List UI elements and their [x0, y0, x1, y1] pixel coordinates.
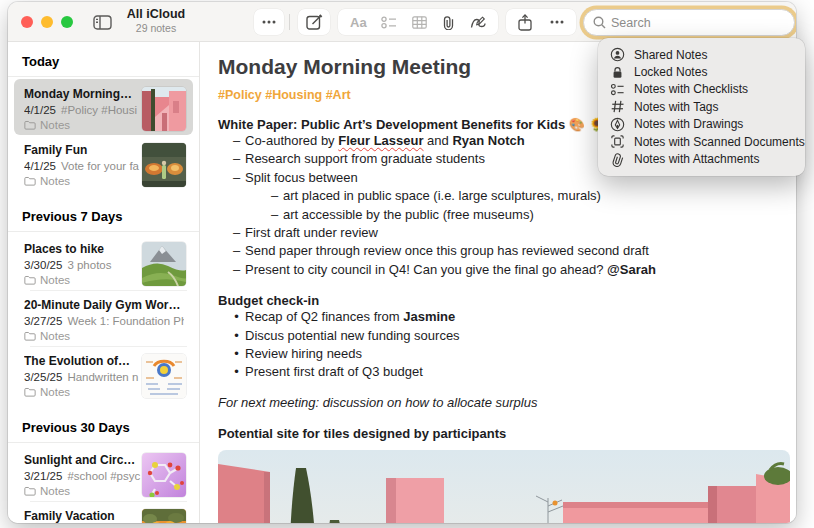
note-row-sunlight[interactable]: Sunlight and Circ… 3/21/25#school #psyc … — [14, 445, 193, 501]
note-thumbnail-hike — [142, 242, 186, 286]
next-meeting-note: For next meeting: discussion on how to a… — [218, 395, 796, 410]
note-row-preview: Week 1: Foundation Pha — [67, 315, 184, 327]
compose-icon — [306, 14, 323, 31]
list-item: •Review hiring needs — [228, 345, 796, 363]
note-row-date: 3/25/25 — [24, 371, 62, 383]
attach-button[interactable] — [441, 15, 455, 30]
new-note-button[interactable] — [298, 9, 330, 35]
list-item: •Recap of Q2 finances from Jasmine — [228, 308, 796, 326]
note-row-preview: #school #psyc — [67, 470, 140, 482]
menu-item-notes-with-checklists[interactable]: Notes with Checklists — [598, 81, 805, 98]
note-row-folder: Notes — [40, 175, 70, 187]
note-row-folder: Notes — [40, 485, 70, 497]
list-options-button[interactable] — [254, 9, 284, 35]
scan-document-icon — [610, 134, 625, 149]
list-item: •Discus potential new funding sources — [228, 327, 796, 345]
share-button[interactable] — [518, 14, 532, 31]
close-window-button[interactable] — [21, 16, 33, 28]
search-field[interactable] — [583, 9, 795, 36]
note-row-preview: Vote for your fa — [61, 160, 139, 172]
note-thumbnail-handwritten — [142, 354, 186, 398]
note-row-monday-morning[interactable]: Monday Morning… 4/1/25#Policy #Housi Not… — [14, 79, 193, 135]
folder-icon — [24, 486, 36, 496]
note-list: Today Monday Morning… 4/1/25#Policy #Hou… — [8, 42, 200, 523]
note-thumbnail-molecule — [142, 453, 186, 497]
note-row-title: Family Vacation — [24, 509, 142, 523]
note-row-title: Monday Morning… — [24, 87, 142, 101]
mention-ryan: Ryan Notch — [452, 133, 524, 148]
list-item-nested: –art accessible by the public (free muse… — [266, 206, 796, 224]
note-row-title: 20-Minute Daily Gym Wor… — [24, 298, 184, 312]
checklist-button[interactable] — [381, 16, 397, 29]
shared-notes-icon — [610, 47, 625, 62]
note-row-date: 4/1/25 — [24, 160, 56, 172]
folder-title: All iCloud 29 notes — [116, 7, 196, 34]
note-row-date: 3/30/25 — [24, 259, 62, 271]
folder-icon — [24, 120, 36, 130]
folder-icon — [24, 387, 36, 397]
share-group — [506, 9, 576, 35]
lock-icon — [610, 65, 625, 80]
list-item: –First draft under review — [228, 224, 796, 242]
folder-icon — [24, 176, 36, 186]
toggle-sidebar-button[interactable] — [90, 9, 114, 35]
format-text-button[interactable]: Aa — [350, 15, 367, 30]
sidebar-icon — [93, 15, 112, 30]
menu-item-notes-with-scanned-documents[interactable]: Notes with Scanned Documents — [598, 133, 805, 150]
format-tools-group: Aa — [338, 9, 498, 35]
folder-icon — [24, 275, 36, 285]
toolbar-divider — [289, 14, 290, 30]
menu-item-notes-with-tags[interactable]: Notes with Tags — [598, 98, 805, 115]
traffic-lights — [21, 16, 73, 28]
note-row-folder: Notes — [40, 274, 70, 286]
folder-icon — [24, 331, 36, 341]
more-icon — [262, 20, 276, 24]
note-row-folder: Notes — [40, 386, 70, 398]
drawing-icon — [610, 117, 625, 132]
search-input[interactable] — [611, 16, 761, 30]
note-row-title: The Evolution of… — [24, 354, 142, 368]
menu-item-shared-notes[interactable]: Shared Notes — [598, 46, 805, 63]
mention-sarah[interactable]: @Sarah — [607, 262, 656, 277]
note-row-title: Family Fun — [24, 143, 142, 157]
note-row-folder: Notes — [40, 119, 70, 131]
menu-item-notes-with-drawings[interactable]: Notes with Drawings — [598, 116, 805, 133]
note-row-date: 3/27/25 — [24, 315, 62, 327]
section-header-today: Today — [8, 42, 199, 77]
note-row-family-fun[interactable]: Family Fun 4/1/25Vote for your fa Notes — [14, 135, 193, 191]
list-item: –Send paper through review once this gro… — [228, 242, 796, 260]
more-options-button[interactable] — [550, 20, 564, 24]
minimize-window-button[interactable] — [41, 16, 53, 28]
note-row-preview: #Policy #Housi — [61, 104, 137, 116]
note-row-date: 4/1/25 — [24, 104, 56, 116]
note-row-preview: 3 photos — [67, 259, 111, 271]
note-row-family-vacation[interactable]: Family Vacation — [14, 501, 193, 523]
note-row-places-to-hike[interactable]: Places to hike 3/30/253 photos Notes — [14, 234, 193, 290]
note-count: 29 notes — [116, 22, 196, 34]
budget-heading: Budget check-in — [218, 293, 796, 308]
section-header-prev-30-days: Previous 30 Days — [8, 408, 199, 443]
note-thumbnail-family-fun — [142, 143, 186, 187]
note-row-gym-workout[interactable]: 20-Minute Daily Gym Wor… 3/27/25Week 1: … — [14, 290, 193, 346]
search-icon — [593, 16, 606, 29]
list-item: –Present to city council in Q4! Can you … — [228, 261, 796, 279]
photo-heading: Potential site for tiles designed by par… — [218, 426, 796, 441]
note-row-date: 3/21/25 — [24, 470, 62, 482]
folder-name: All iCloud — [116, 7, 196, 21]
note-thumbnail-oranges — [142, 509, 186, 523]
mention-jasmine: Jasmine — [403, 309, 455, 324]
search-filter-menu: Shared Notes Locked Notes Notes with Che… — [598, 38, 805, 176]
zoom-window-button[interactable] — [61, 16, 73, 28]
note-row-folder: Notes — [40, 330, 70, 342]
markup-button[interactable] — [470, 15, 486, 30]
tag-hash-icon — [610, 99, 625, 114]
menu-item-notes-with-attachments[interactable]: Notes with Attachments — [598, 150, 805, 167]
list-item: •Present first draft of Q3 budget — [228, 363, 796, 381]
note-row-evolution[interactable]: The Evolution of… 3/25/25Handwritten n N… — [14, 346, 193, 402]
menu-item-locked-notes[interactable]: Locked Notes — [598, 63, 805, 80]
attached-photo-pink-building[interactable] — [218, 450, 790, 523]
table-button[interactable] — [412, 16, 427, 29]
note-thumbnail-pink-building — [142, 87, 186, 131]
paperclip-icon — [610, 152, 625, 167]
mention-fleur: Fleur Lasseur — [338, 133, 423, 148]
